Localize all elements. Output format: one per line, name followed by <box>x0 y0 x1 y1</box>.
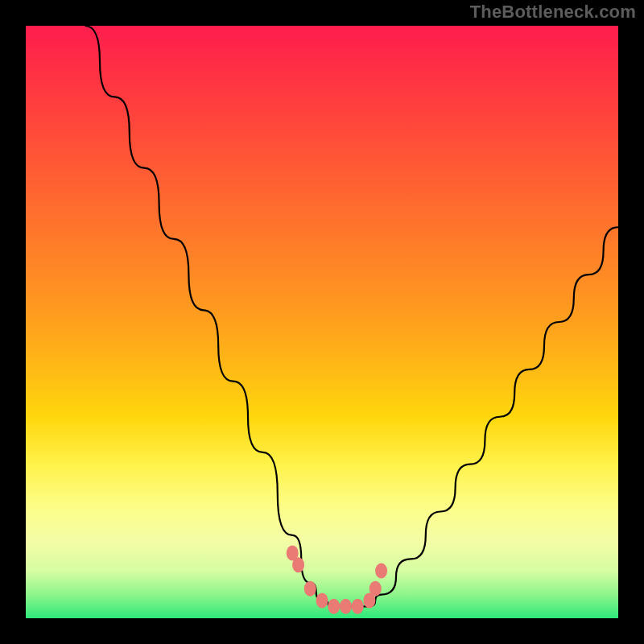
curve-path <box>85 26 618 606</box>
chart-svg <box>26 26 618 618</box>
trough-marker <box>292 557 304 572</box>
trough-marker <box>304 581 316 597</box>
trough-marker <box>316 592 328 608</box>
watermark-text: TheBottleneck.com <box>470 2 636 23</box>
trough-marker <box>352 599 364 614</box>
trough-marker <box>340 599 352 614</box>
trough-marker <box>369 581 382 597</box>
chart-frame: TheBottleneck.com <box>0 0 644 644</box>
trough-marker <box>375 564 387 579</box>
bottleneck-curve <box>85 26 618 606</box>
trough-marker <box>328 599 340 614</box>
chart-plot-area <box>26 26 618 618</box>
